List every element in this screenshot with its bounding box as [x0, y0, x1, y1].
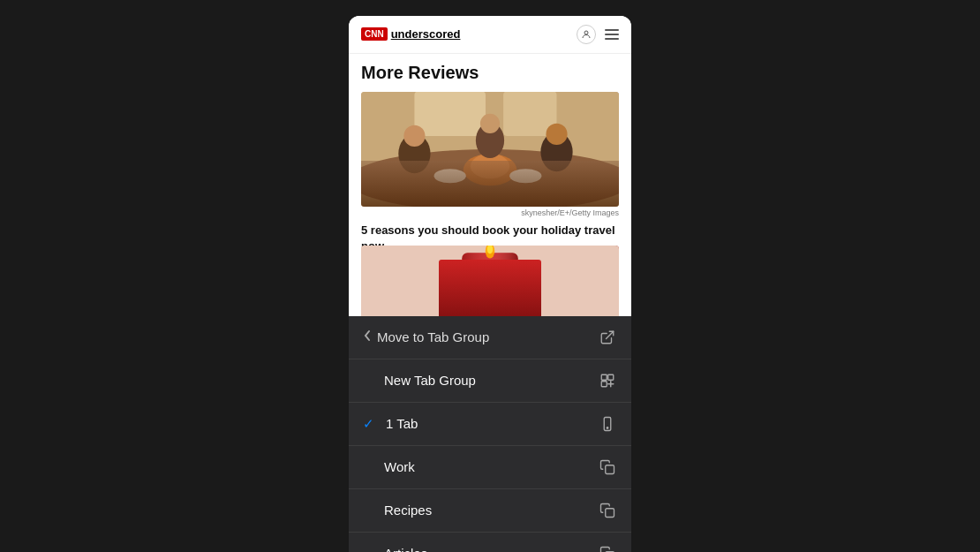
new-tab-group-label: New Tab Group	[384, 373, 598, 388]
svg-rect-30	[606, 508, 614, 517]
underscored-logo-text: underscored	[391, 27, 461, 41]
browser-icon-group	[577, 25, 619, 44]
phone-icon	[598, 414, 617, 434]
work-checkmark-placeholder: ✓	[363, 459, 382, 475]
articles-copy-icon	[598, 544, 617, 553]
recipes1-checkmark-placeholder: ✓	[363, 503, 382, 518]
chevron-left-icon	[363, 329, 372, 344]
move-to-tab-group-item[interactable]: Move to Tab Group	[349, 316, 631, 359]
svg-rect-16	[462, 253, 517, 314]
image-caption: skynesher/E+/Getty Images	[361, 208, 619, 217]
svg-rect-23	[608, 374, 614, 380]
page-title: More Reviews	[361, 63, 619, 83]
external-link-icon	[598, 328, 617, 347]
browser-content: More Reviews	[349, 54, 631, 263]
articles-item[interactable]: ✓ Articles	[349, 533, 631, 553]
browser-card: CNN underscored More Reviews	[349, 16, 631, 316]
one-tab-label: 1 Tab	[386, 416, 598, 431]
svg-line-21	[607, 331, 614, 338]
candle-preview-image	[361, 246, 619, 316]
recipes-1-item[interactable]: ✓ Recipes	[349, 489, 631, 533]
svg-rect-2	[414, 92, 486, 136]
recipes-1-label: Recipes	[384, 503, 598, 518]
cnn-logo: CNN underscored	[361, 27, 460, 41]
svg-rect-29	[606, 465, 614, 473]
svg-point-0	[584, 31, 588, 34]
selected-checkmark-icon: ✓	[363, 416, 382, 432]
work-copy-icon	[598, 457, 617, 477]
svg-rect-18	[465, 269, 514, 296]
one-tab-item[interactable]: ✓ 1 Tab	[349, 403, 631, 446]
hamburger-icon[interactable]	[605, 29, 619, 40]
svg-point-12	[480, 113, 500, 132]
svg-rect-22	[601, 374, 607, 380]
cnn-logo-text: CNN	[361, 27, 388, 41]
main-container: CNN underscored More Reviews	[349, 16, 631, 537]
articles-label: Articles	[384, 546, 598, 552]
add-tab-group-icon	[598, 371, 617, 390]
work-item[interactable]: ✓ Work	[349, 446, 631, 489]
svg-point-13	[434, 169, 466, 183]
dinner-scene-graphic	[361, 92, 619, 207]
svg-rect-17	[462, 253, 517, 314]
checkmark-placeholder: ✓	[363, 373, 382, 389]
move-to-tab-group-label: Move to Tab Group	[377, 329, 598, 344]
svg-point-10	[546, 123, 567, 144]
article-hero-image	[361, 92, 619, 207]
svg-point-8	[403, 125, 425, 146]
articles-checkmark-placeholder: ✓	[363, 546, 382, 553]
browser-header: CNN underscored	[349, 16, 631, 54]
svg-point-28	[607, 427, 608, 428]
recipes1-copy-icon	[598, 501, 617, 520]
context-menu: Move to Tab Group ✓ New Tab Group	[349, 316, 631, 553]
work-label: Work	[384, 459, 598, 474]
svg-rect-24	[601, 381, 607, 386]
account-icon[interactable]	[577, 25, 596, 44]
new-tab-group-item[interactable]: ✓ New Tab Group	[349, 359, 631, 403]
svg-point-14	[509, 169, 541, 183]
